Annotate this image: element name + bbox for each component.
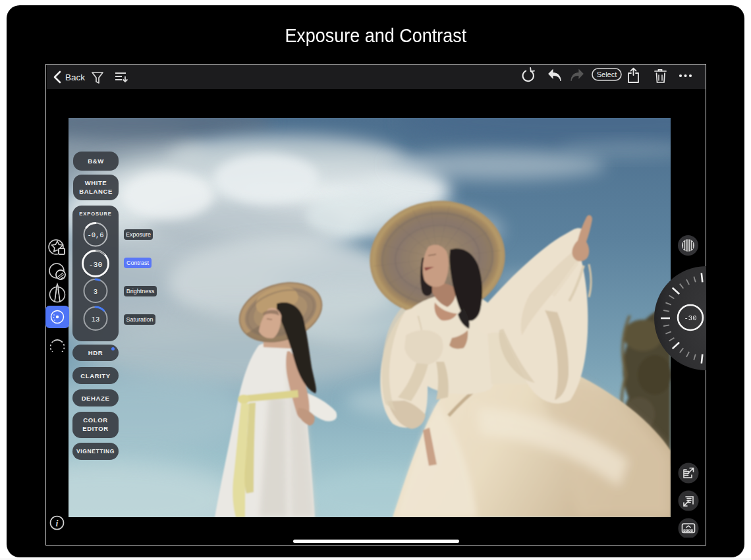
svg-text:-30: -30 [89, 260, 103, 269]
svg-text:i: i [56, 518, 59, 528]
svg-text:Select: Select [597, 70, 617, 78]
svg-text:-30: -30 [684, 314, 697, 322]
svg-text:3: 3 [94, 288, 97, 296]
svg-text:Back: Back [65, 72, 85, 82]
svg-text:13: 13 [92, 316, 100, 323]
svg-text:-0,6: -0,6 [87, 231, 103, 239]
